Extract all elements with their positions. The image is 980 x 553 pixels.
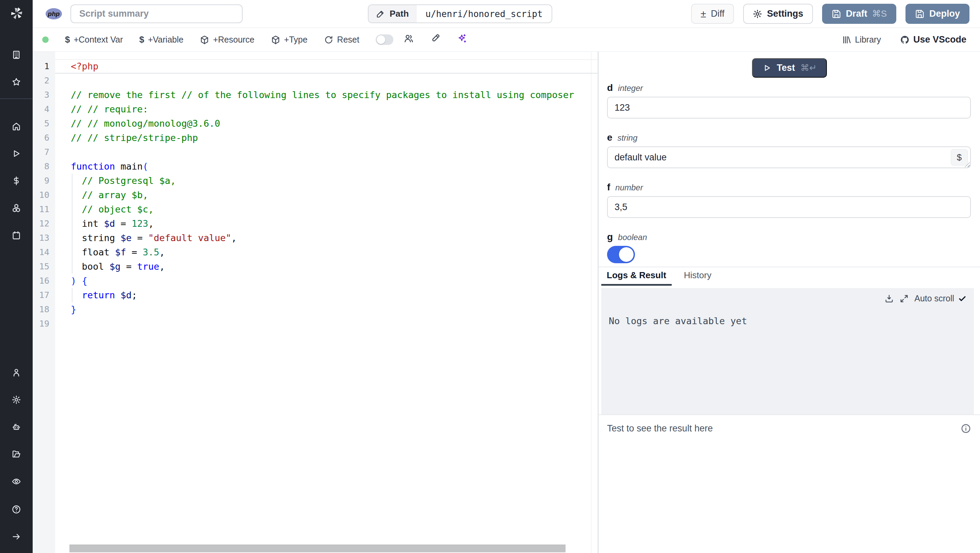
- sidebar: [0, 0, 33, 553]
- auto-scroll-toggle[interactable]: Auto scroll: [914, 293, 966, 303]
- result-placeholder-section: Test to see the result here: [599, 414, 980, 553]
- help-icon: [11, 505, 21, 514]
- sidebar-item-building[interactable]: [9, 47, 24, 62]
- line-number: 13: [33, 231, 55, 245]
- field-type: boolean: [618, 233, 647, 242]
- sidebar-item-robot[interactable]: [9, 419, 24, 435]
- path-label-section: Path: [369, 5, 416, 22]
- e-textarea[interactable]: default value$: [607, 147, 971, 168]
- field-name: d: [607, 83, 613, 93]
- expand-icon[interactable]: [899, 294, 909, 303]
- sidebar-item-cubes[interactable]: [9, 201, 24, 215]
- reset-button[interactable]: Reset: [324, 35, 360, 45]
- code-line[interactable]: 10 // array $b,: [33, 188, 598, 202]
- tab-logs-result[interactable]: Logs & Result: [601, 268, 672, 286]
- d-input[interactable]: [607, 97, 971, 118]
- diff-button[interactable]: ± Diff: [691, 4, 734, 24]
- draft-shortcut: ⌘S: [872, 8, 887, 19]
- code-line[interactable]: 9 // Postgresql $a,: [33, 174, 598, 188]
- code-line[interactable]: 12 int $d = 123,: [33, 217, 598, 231]
- test-shortcut: ⌘↵: [800, 63, 817, 73]
- path-label: Path: [390, 8, 409, 19]
- line-number: 8: [33, 159, 55, 174]
- draft-button[interactable]: Draft ⌘S: [822, 4, 896, 24]
- field-type: string: [617, 133, 638, 143]
- sidebar-item-user[interactable]: [9, 365, 24, 380]
- line-number: 6: [33, 131, 55, 145]
- info-icon[interactable]: [961, 423, 971, 434]
- ai-sparkles-icon[interactable]: [457, 33, 467, 46]
- code-line-content: // // monolog/monolog@3.6.0: [55, 116, 598, 131]
- star-icon: [11, 77, 21, 87]
- sidebar-item-star[interactable]: [9, 75, 24, 89]
- test-button[interactable]: Test ⌘↵: [752, 58, 827, 78]
- deploy-button[interactable]: Deploy: [905, 4, 969, 24]
- add-resource-button[interactable]: +Resource: [200, 35, 255, 45]
- sidebar-item-play[interactable]: [9, 146, 24, 161]
- code-line[interactable]: 4// // require:: [33, 102, 598, 116]
- settings-label: Settings: [767, 8, 803, 19]
- diff-label: Diff: [711, 8, 724, 19]
- code-line[interactable]: 13 string $e = "default value",: [33, 231, 598, 245]
- code-line[interactable]: 16) {: [33, 274, 598, 288]
- toggle-knob: [377, 35, 385, 44]
- code-line[interactable]: 14 float $f = 3.5,: [33, 245, 598, 260]
- sidebar-item-gear[interactable]: [9, 392, 24, 407]
- sidebar-item-help[interactable]: [9, 502, 24, 517]
- path-value: u/henri/honored_script: [416, 5, 551, 22]
- code-line[interactable]: 3// remove the first // of the following…: [33, 88, 598, 102]
- code-line[interactable]: 5// // monolog/monolog@3.6.0: [33, 116, 598, 131]
- code-line[interactable]: 2: [33, 73, 598, 88]
- code-line[interactable]: 7: [33, 145, 598, 159]
- code-line[interactable]: 18}: [33, 302, 598, 317]
- f-input[interactable]: [607, 196, 971, 218]
- tab-history[interactable]: History: [679, 268, 717, 286]
- insert-variable-button[interactable]: $: [951, 149, 968, 166]
- code-line[interactable]: 11 // object $c,: [33, 202, 598, 217]
- code-line[interactable]: 6// // stripe/stripe-php: [33, 131, 598, 145]
- script-summary-input[interactable]: [70, 5, 243, 23]
- users-icon[interactable]: [404, 33, 414, 46]
- g-toggle[interactable]: [607, 246, 635, 263]
- line-number: 10: [33, 188, 55, 202]
- github-icon: [900, 35, 910, 45]
- sidebar-item-dollar-sign[interactable]: [9, 173, 24, 188]
- sidebar-item-folder[interactable]: [9, 447, 24, 462]
- code-line[interactable]: 19: [33, 317, 598, 331]
- sidebar-main-group: [9, 119, 24, 243]
- add-type-button[interactable]: +Type: [271, 35, 308, 45]
- sidebar-item-arrow-right[interactable]: [9, 529, 24, 544]
- sidebar-item-home[interactable]: [9, 119, 24, 134]
- cubes-icon: [11, 203, 21, 213]
- sidebar-account-group: [9, 365, 24, 489]
- toolbar-right: Library Use VScode: [842, 34, 967, 45]
- panel-split-divider[interactable]: [599, 267, 980, 267]
- add-resource-label: +Resource: [213, 35, 255, 45]
- sidebar-divider: [0, 99, 33, 99]
- sidebar-item-eye[interactable]: [9, 474, 24, 489]
- library-label: Library: [855, 35, 881, 45]
- add-variable-button[interactable]: $ +Variable: [139, 34, 183, 45]
- horizontal-scrollbar[interactable]: [69, 545, 566, 552]
- code-line[interactable]: 1<?php: [33, 59, 598, 73]
- settings-button[interactable]: Settings: [743, 4, 813, 24]
- code-editor[interactable]: 1<?php23// remove the first // of the fo…: [33, 52, 598, 553]
- save-icon: [915, 9, 924, 19]
- code-line[interactable]: 15 bool $g = true,: [33, 260, 598, 274]
- windmill-logo[interactable]: [8, 5, 24, 24]
- add-type-label: +Type: [284, 35, 308, 45]
- use-vscode-button[interactable]: Use VScode: [900, 34, 966, 45]
- code-line[interactable]: 8function main(: [33, 159, 598, 174]
- toggle-knob: [619, 247, 633, 262]
- download-icon[interactable]: [885, 294, 894, 303]
- sidebar-item-calendar[interactable]: [9, 228, 24, 243]
- play-icon: [762, 63, 772, 73]
- path-button[interactable]: Path u/henri/honored_script: [368, 5, 552, 23]
- add-context-var-button[interactable]: $ +Context Var: [65, 34, 123, 45]
- assistant-toggle[interactable]: [375, 34, 393, 45]
- code-line[interactable]: 17 return $d;: [33, 288, 598, 302]
- line-number: 15: [33, 260, 55, 274]
- format-brush-icon[interactable]: [430, 33, 440, 46]
- library-button[interactable]: Library: [842, 35, 881, 45]
- test-label: Test: [777, 63, 795, 73]
